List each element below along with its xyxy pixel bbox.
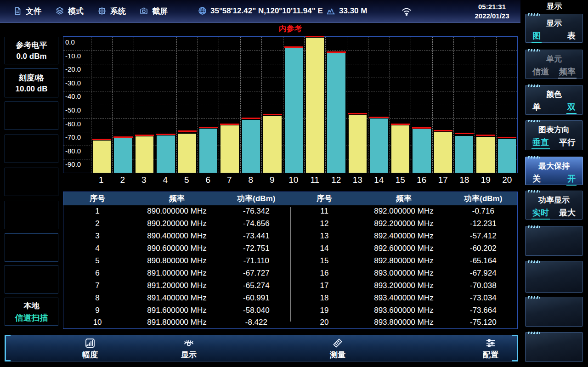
softkey-option[interactable]: 单: [531, 102, 542, 114]
softkey-empty-10: [525, 332, 583, 362]
softkey-title: 显示: [526, 18, 582, 28]
menu-item-3[interactable]: 系统: [97, 0, 126, 22]
bottom-menu-2[interactable]: 显示: [181, 338, 197, 360]
camera-icon: [139, 6, 148, 16]
menu-item-4[interactable]: 截屏: [139, 0, 168, 22]
max-hold-cap: [135, 135, 154, 136]
globe-icon: [198, 6, 207, 16]
cell-frequency: 891.200000 MHz: [131, 281, 222, 290]
softkey-option[interactable]: 频率: [558, 66, 577, 79]
softkey-4[interactable]: 图表方向垂直平行: [525, 120, 583, 150]
corner-stripes-decoration: [528, 13, 540, 16]
chart-column: [496, 37, 517, 173]
corner-stripes-decoration: [528, 260, 540, 263]
max-hold-cap: [455, 133, 474, 134]
cell-frequency: 891.400000 MHz: [131, 294, 222, 303]
cell-power: -57.412: [449, 231, 517, 241]
max-hold-cap: [369, 117, 388, 118]
softkey-option[interactable]: 最大: [558, 207, 577, 220]
corner-stripes-decoration: [528, 156, 540, 158]
softkey-option[interactable]: 实时: [531, 207, 550, 220]
gear-icon: [97, 6, 107, 16]
y-axis-tick-label: -20.0: [65, 65, 81, 73]
cell-index: 19: [290, 306, 358, 315]
cell-frequency: 891.600000 MHz: [131, 306, 222, 315]
cell-frequency: 892.200000 MHz: [358, 219, 449, 228]
max-hold-cap: [305, 36, 324, 37]
max-hold-cap: [434, 130, 452, 131]
softkey-6[interactable]: 功率显示实时最大: [525, 191, 583, 220]
cell-index: 4: [63, 244, 131, 253]
cell-frequency: 890.600000 MHz: [131, 244, 222, 253]
softkey-option[interactable]: 表: [566, 30, 577, 43]
x-axis-tick-label: 5: [176, 175, 198, 187]
softkey-options: 垂直平行: [526, 135, 582, 149]
left-softkey-empty-5: [5, 168, 58, 196]
softkey-5[interactable]: 最大保持关开: [525, 157, 583, 185]
softkey-option[interactable]: 图: [531, 30, 542, 43]
bar-11: [306, 38, 324, 173]
softkey-option[interactable]: 平行: [558, 137, 577, 149]
bar-15: [391, 125, 409, 173]
softkey-options: 单双: [526, 100, 582, 114]
menu-item-1[interactable]: 文件: [13, 0, 41, 22]
bar-16: [413, 129, 430, 173]
menu-item-2[interactable]: 模式: [55, 0, 84, 22]
softkey-2[interactable]: 单元信道频率: [525, 50, 583, 79]
cell-index: 14: [290, 244, 358, 253]
softkey-option[interactable]: 垂直: [531, 137, 550, 149]
softkey-option[interactable]: 开: [566, 173, 577, 186]
max-hold-cap: [476, 135, 495, 136]
left-softkey-1[interactable]: 参考电平0.0 dBm: [5, 37, 58, 64]
softkey-option[interactable]: 关: [531, 173, 542, 186]
left-softkey-title: 参考电平: [5, 40, 58, 51]
softkey-option[interactable]: 信道: [531, 66, 550, 79]
bar-10: [285, 48, 303, 173]
cell-index: 7: [63, 281, 131, 290]
bar-5: [178, 134, 196, 173]
measurement-table: 序号频率功率(dBm)序号频率功率(dBm) 1890.000000 MHz-7…: [63, 192, 518, 329]
chart-column: [261, 37, 283, 173]
bottom-menu-label: 显示: [181, 350, 197, 360]
x-axis-tick-label: 11: [304, 175, 326, 187]
max-hold-cap: [498, 137, 516, 138]
x-axis-tick-label: 20: [497, 175, 518, 187]
cell-power: -60.202: [449, 244, 517, 253]
bar-6: [199, 129, 217, 173]
max-hold-cap: [348, 113, 367, 114]
left-softkey-2[interactable]: 刻度/格10.00 dB: [5, 68, 58, 97]
softkey-1[interactable]: 显示图表: [525, 14, 583, 43]
table-header-row: 序号频率功率(dBm)序号频率功率(dBm): [63, 192, 517, 205]
table-header-cell: 频率: [358, 193, 449, 204]
ruler-icon: [332, 338, 343, 349]
cell-index: 10: [63, 318, 131, 327]
left-softkey-title: 本地: [5, 300, 58, 311]
cell-power: -65.274: [222, 281, 290, 290]
cell-power: -70.038: [449, 281, 517, 290]
max-hold-cap: [284, 46, 303, 48]
left-softkey-empty-8: [5, 265, 58, 294]
altitude-text: 33.30 M: [339, 6, 367, 16]
top-bar: 文件模式系统截屏 35°58'12.42" N,120°10'11.94" E …: [0, 0, 520, 23]
menu-item-label: 系统: [110, 6, 126, 17]
cell-frequency: 893.400000 MHz: [358, 294, 449, 303]
softkey-3[interactable]: 颜色单双: [525, 85, 583, 115]
bottom-menu-1[interactable]: 幅度: [82, 338, 98, 360]
softkey-options: 关开: [526, 171, 582, 186]
chart-column: [390, 37, 411, 173]
left-softkey-9[interactable]: 本地信道扫描: [5, 298, 58, 326]
table-header-cell: 序号: [63, 193, 131, 204]
chart-column: [432, 37, 453, 173]
y-axis-tick-label: -90.0: [65, 160, 81, 168]
cell-frequency: 890.200000 MHz: [131, 219, 222, 228]
y-axis-tick-label: -10.0: [65, 52, 81, 60]
chart-column: [176, 37, 198, 173]
bottom-menu-3[interactable]: 测量: [330, 338, 345, 360]
softkey-option[interactable]: 双: [566, 102, 577, 114]
left-softkey-empty-4: [5, 135, 58, 163]
bottom-menu-4[interactable]: 配置: [483, 338, 498, 360]
x-axis-tick-label: 2: [112, 175, 134, 187]
bar-2: [114, 138, 132, 173]
max-hold-cap: [391, 124, 410, 125]
cell-index: 3: [63, 231, 131, 241]
